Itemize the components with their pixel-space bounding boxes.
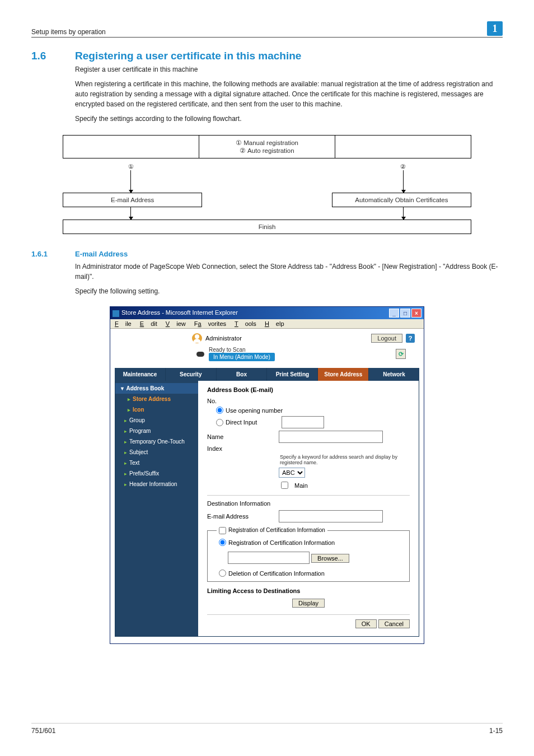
body-p1: In Administrator mode of PageScope Web C… [75,262,503,282]
help-button[interactable]: ? [406,334,415,343]
cert-legend: Registration of Certification Informatio… [228,527,325,533]
intro-flow: Specify the settings according to the fo… [75,114,503,124]
footer-left: 751/601 [31,727,55,735]
use-opening-radio[interactable] [216,407,223,414]
menu-favorites[interactable]: Favorites [194,320,226,327]
menu-help[interactable]: Help [265,320,284,327]
section-heading: 1.6Registering a user certificate in thi… [31,50,503,62]
sidenav-program[interactable]: Program [115,426,198,436]
body-p2: Specify the following setting. [75,286,503,296]
side-nav: Address Book Store Address Icon Group Pr… [115,381,198,636]
window-title: Store Address - Microsoft Internet Explo… [113,309,238,316]
cancel-button[interactable]: Cancel [378,619,410,628]
flowchart: ① Manual registration ② Auto registratio… [63,135,471,234]
sidenav-header[interactable]: Address Book [115,383,198,394]
subsection-heading: 1.6.1E-mail Address [31,250,503,258]
flow-num-2: ② [400,163,406,170]
tab-security[interactable]: Security [166,368,217,381]
direct-input-field[interactable] [282,416,324,428]
mode-pill[interactable]: In Menu (Admin Mode) [209,353,275,361]
direct-input-radio[interactable] [216,419,223,426]
index-select[interactable]: ABC [279,468,305,478]
refresh-button[interactable]: ⟳ [396,349,406,359]
flow-manual: ① Manual registration [204,139,330,147]
index-note: Specify a keyword for address search and… [280,454,410,465]
name-input[interactable] [279,431,383,443]
status-icon [195,351,205,357]
cert-file-input[interactable] [228,552,310,564]
chapter-badge: 1 [487,21,503,36]
window-titlebar[interactable]: Store Address - Microsoft Internet Explo… [110,307,424,319]
cert-reg-radio[interactable] [219,539,226,546]
menu-view[interactable]: View [166,320,186,327]
name-label: Name [207,433,274,440]
subsection-number: 1.6.1 [31,250,75,258]
browse-button[interactable]: Browse... [311,554,349,563]
sidenav-store-address[interactable]: Store Address [115,394,198,404]
admin-label: Administrator [205,335,242,342]
tab-store-address[interactable]: Store Address [318,368,369,381]
tab-maintenance[interactable]: Maintenance [115,368,166,381]
breadcrumb: Setup items by operation [31,28,106,36]
use-opening-label: Use opening number [226,407,283,414]
menu-edit[interactable]: Edit [140,320,157,327]
intro-para: When registering a certificate in this m… [75,79,503,109]
ie-window: Store Address - Microsoft Internet Explo… [110,306,424,644]
ie-menubar[interactable]: File Edit View Favorites Tools Help [110,319,424,329]
footer-right: 1-15 [489,727,503,735]
cert-del-radio[interactable] [219,570,226,577]
tab-bar: Maintenance Security Box Print Setting S… [115,368,419,381]
sidenav-text[interactable]: Text [115,458,198,468]
main-label: Main [294,482,308,489]
maximize-button[interactable]: □ [400,309,410,318]
ok-button[interactable]: OK [355,619,377,628]
email-label: E-mail Address [207,513,274,520]
sidenav-subject[interactable]: Subject [115,447,198,458]
direct-input-label: Direct Input [226,419,257,426]
no-label: No. [207,398,274,404]
tab-network[interactable]: Network [369,368,419,381]
cert-fieldset: Registration of Certification Informatio… [207,527,410,582]
sidenav-header-info[interactable]: Header Information [115,479,198,489]
flow-finish: Finish [63,220,471,234]
sidenav-temp-one-touch[interactable]: Temporary One-Touch [115,436,198,447]
subsection-title: E-mail Address [75,250,128,258]
flow-num-1: ① [128,163,134,170]
minimize-button[interactable]: _ [389,309,399,318]
admin-icon [192,333,202,343]
tab-box[interactable]: Box [217,368,268,381]
index-label: Index [207,445,274,452]
sidenav-icon[interactable]: Icon [115,404,198,415]
limit-access-heading: Limiting Access to Destinations [207,587,410,594]
section-title: Registering a user certificate in this m… [75,50,301,62]
section-number: 1.6 [31,50,75,62]
sidenav-prefix-suffix[interactable]: Prefix/Suffix [115,468,198,479]
sidenav-group[interactable]: Group [115,415,198,426]
tab-print-setting[interactable]: Print Setting [267,368,318,381]
main-panel: Address Book (E-mail) No. Use opening nu… [198,381,419,636]
email-input[interactable] [279,510,383,522]
cert-reg-label: Registration of Certification Informatio… [228,539,335,546]
flow-email-box: E-mail Address [63,193,202,207]
main-checkbox[interactable] [281,482,288,489]
display-button[interactable]: Display [292,599,325,608]
cert-enable-checkbox[interactable] [219,527,226,534]
close-button[interactable]: × [411,309,421,318]
intro-line: Register a user certificate in this mach… [75,64,503,74]
panel-title: Address Book (E-mail) [207,386,410,393]
status-text: Ready to Scan [209,347,275,353]
menu-tools[interactable]: Tools [235,320,256,327]
flow-cert-box: Automatically Obtain Certificates [332,193,471,207]
menu-file[interactable]: File [115,320,132,327]
logout-button[interactable]: Logout [371,334,402,343]
flow-auto: ② Auto registration [204,147,330,155]
cert-del-label: Deletion of Certification Information [228,570,325,577]
dest-info-label: Destination Information [207,500,410,507]
